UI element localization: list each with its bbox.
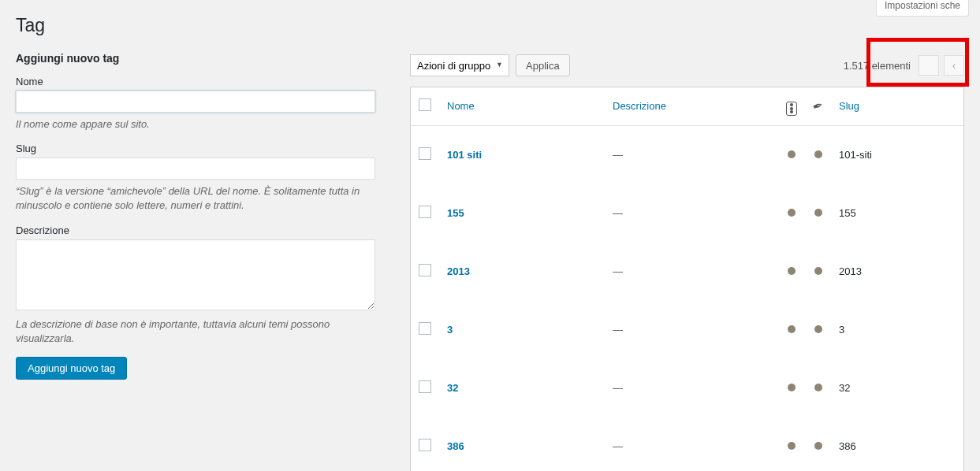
seo-status-dot (788, 384, 796, 391)
row-slug: 101-siti (831, 126, 963, 184)
col-slug[interactable]: Slug (831, 87, 963, 126)
readability-status-dot (814, 150, 822, 158)
seo-traffic-icon (786, 102, 797, 116)
description-desc: La descrizione di base non è importante,… (16, 317, 375, 346)
row-description: — (605, 417, 778, 471)
row-description: — (605, 301, 778, 359)
seo-status-dot (788, 209, 796, 217)
row-name-link[interactable]: 2013 (447, 265, 470, 277)
slug-desc: “Slug” è la versione “amichevole” della … (16, 184, 375, 213)
name-input[interactable] (16, 91, 375, 113)
seo-status-dot (788, 150, 796, 158)
table-row: 3—3 (411, 301, 963, 359)
select-all-checkbox[interactable] (419, 98, 431, 111)
prev-page-button[interactable]: ‹ (944, 55, 964, 76)
seo-status-dot (788, 325, 796, 333)
table-row: 386—386 (411, 417, 963, 471)
readability-status-dot (814, 325, 822, 333)
row-slug: 386 (831, 417, 963, 471)
page-title: Tag (16, 8, 964, 52)
row-name-link[interactable]: 32 (447, 382, 458, 394)
slug-label: Slug (16, 143, 386, 154)
name-desc: Il nome come appare sul sito. (16, 117, 375, 132)
add-tag-button[interactable]: Aggiungi nuovo tag (16, 357, 127, 380)
row-slug: 155 (831, 184, 963, 243)
readability-status-dot (814, 267, 822, 275)
first-page-button[interactable] (919, 55, 939, 76)
row-description: — (605, 184, 778, 243)
row-checkbox[interactable] (419, 322, 431, 335)
bulk-actions-select[interactable]: Azioni di gruppo (410, 54, 509, 76)
table-row: 155—155 (411, 184, 963, 243)
col-readability-icon[interactable]: ✒ (805, 87, 831, 126)
row-slug: 3 (831, 301, 963, 359)
slug-input[interactable] (16, 158, 375, 180)
col-description[interactable]: Descrizione (605, 87, 778, 126)
items-count: 1.517 elementi (844, 60, 911, 72)
description-textarea[interactable] (16, 239, 375, 310)
table-row: 32—32 (411, 359, 963, 417)
feather-icon: ✒ (810, 98, 825, 115)
add-new-tag-heading: Aggiungi nuovo tag (16, 52, 386, 65)
row-checkbox[interactable] (419, 439, 431, 451)
row-checkbox[interactable] (419, 264, 431, 276)
description-label: Descrizione (16, 224, 386, 236)
row-checkbox[interactable] (419, 147, 431, 160)
readability-status-dot (814, 442, 822, 450)
row-name-link[interactable]: 155 (447, 207, 464, 219)
row-slug: 2013 (831, 243, 963, 301)
name-label: Nome (16, 76, 386, 87)
seo-status-dot (788, 442, 796, 450)
row-description: — (605, 126, 778, 184)
table-row: 101 siti—101-siti (411, 126, 963, 184)
col-seo-icon[interactable] (778, 87, 805, 126)
apply-button[interactable]: Applica (516, 54, 570, 76)
readability-status-dot (814, 384, 822, 391)
table-row: 2013—2013 (411, 243, 963, 301)
row-name-link[interactable]: 386 (447, 440, 464, 452)
screen-options-tab[interactable]: Impostazioni sche (876, 0, 969, 17)
row-checkbox[interactable] (419, 380, 431, 393)
readability-status-dot (814, 209, 822, 217)
row-name-link[interactable]: 101 siti (447, 149, 482, 161)
row-description: — (605, 243, 778, 301)
row-description: — (605, 359, 778, 417)
seo-status-dot (788, 267, 796, 275)
row-name-link[interactable]: 3 (447, 324, 453, 336)
row-checkbox[interactable] (419, 206, 431, 218)
row-slug: 32 (831, 359, 963, 417)
col-name[interactable]: Nome (439, 87, 605, 126)
